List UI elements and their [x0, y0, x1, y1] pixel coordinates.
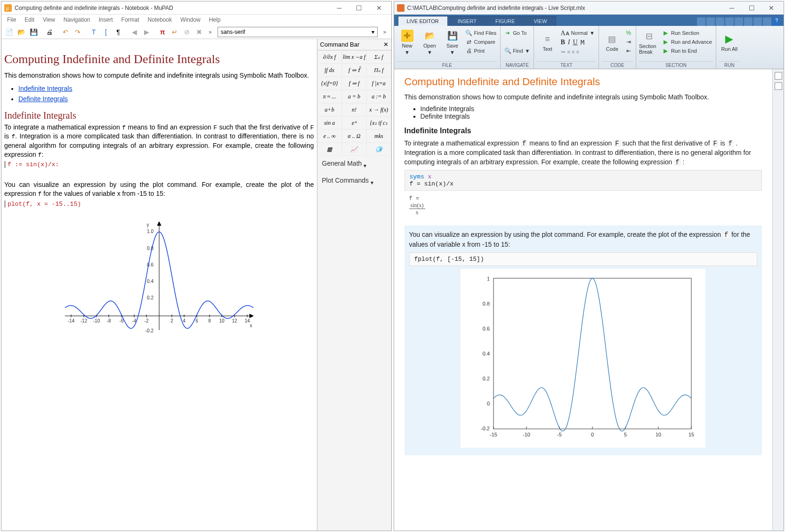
text-button[interactable]: ≡Text	[537, 28, 558, 57]
link-indefinite[interactable]: Indefinite Integrals	[18, 85, 72, 92]
cmd-derivative[interactable]: ∂/∂x f	[317, 50, 342, 64]
save-button[interactable]: 💾Save▼	[442, 28, 463, 57]
plot-commands-link[interactable]: Plot Commands ▾	[317, 173, 391, 190]
cmd-plus[interactable]: a+b	[317, 103, 342, 116]
code-block-2[interactable]: plot(f, x = -15..15)	[4, 201, 314, 208]
qa-icon[interactable]	[735, 17, 743, 26]
insert-text-icon[interactable]: T	[88, 26, 99, 38]
find-files-button[interactable]: 🔍Find Files	[465, 29, 498, 37]
tab-live-editor[interactable]: LIVE EDITOR	[398, 16, 448, 26]
menu-navigation[interactable]: Navigation	[60, 16, 94, 24]
tab-view[interactable]: VIEW	[525, 16, 556, 26]
cmd-piecewise[interactable]: {x₁ if c₁	[366, 116, 391, 129]
maximize-button[interactable]: ☐	[742, 2, 761, 14]
find-button[interactable]: 🔍Find ▼	[503, 47, 531, 55]
cmd-map[interactable]: x → f(x)	[366, 103, 391, 116]
qa-help-icon[interactable]: ?	[772, 17, 781, 26]
tab-figure[interactable]: FIGURE	[486, 16, 524, 26]
menu-file[interactable]: File	[3, 16, 20, 24]
qa-icon[interactable]	[763, 17, 771, 26]
menu-format[interactable]: Format	[118, 16, 143, 24]
style-selector[interactable]: Aᴀ Normal ▼	[559, 29, 595, 37]
menu-help[interactable]: Help	[205, 16, 225, 24]
compare-button[interactable]: ⇄Compare	[465, 38, 498, 46]
cmd-units[interactable]: mks	[366, 129, 391, 143]
maximize-button[interactable]: ☐	[350, 2, 369, 14]
insert-para-icon[interactable]: ¶	[113, 26, 124, 38]
list-buttons[interactable]: ≔ ≡ ≡ ≡	[559, 48, 595, 56]
cmd-simplify[interactable]: f ⇒ f	[342, 77, 366, 90]
new-icon[interactable]: 📄	[3, 26, 15, 38]
close-button[interactable]: ✕	[370, 2, 388, 14]
code-button[interactable]: ▤Code	[602, 28, 623, 57]
code-block-1[interactable]: syms x f = sin(x)/x	[405, 170, 762, 191]
open-icon[interactable]: 📂	[16, 26, 27, 38]
qa-icon[interactable]	[697, 17, 705, 26]
qa-icon[interactable]	[744, 17, 753, 26]
cmd-const[interactable]: e .. ∞	[317, 129, 342, 143]
run-advance-button[interactable]: ▶Run and Advance	[662, 38, 713, 46]
open-button[interactable]: 📂Open▼	[420, 28, 440, 57]
undo-icon[interactable]: ↶	[60, 26, 71, 38]
output-right-icon[interactable]	[775, 82, 782, 90]
code-block-2[interactable]: fplot(f, [-15, 15])	[409, 252, 758, 266]
close-icon[interactable]: ✕	[383, 41, 388, 48]
redo-icon[interactable]: ↷	[72, 26, 83, 38]
output-inline-icon[interactable]	[775, 72, 782, 80]
menu-view[interactable]: View	[39, 16, 59, 24]
goto-button[interactable]: ➜Go To	[503, 29, 531, 37]
stop-icon[interactable]: ⊘	[181, 26, 193, 38]
cmd-transform[interactable]: f ⇒ f̂	[342, 64, 366, 77]
minimize-button[interactable]: ─	[330, 2, 349, 14]
cmd-subs[interactable]: f |x=a	[366, 77, 391, 90]
menu-notebook[interactable]: Notebook	[144, 16, 176, 24]
cmd-assign[interactable]: a := b	[366, 90, 391, 103]
run-section-button[interactable]: ▶Run Section	[662, 29, 713, 37]
back-icon[interactable]: ◀	[129, 26, 140, 38]
cmd-solve[interactable]: {x|f=0}	[317, 77, 342, 90]
run-all-button[interactable]: ▶Run All	[719, 28, 740, 57]
close-button[interactable]: ✕	[762, 2, 781, 14]
cmd-greek[interactable]: α .. Ω	[342, 129, 366, 143]
code-opt3-icon[interactable]: ⇤	[624, 47, 633, 55]
qa-icon[interactable]	[716, 17, 724, 26]
mupad-document[interactable]: Computing Indefinite and Definite Integr…	[1, 39, 317, 531]
cmd-exp[interactable]: eᵃ	[342, 116, 366, 129]
font-selector[interactable]: sans-serif▾	[218, 27, 378, 37]
cmd-plot2d-icon[interactable]: 📈	[342, 143, 366, 156]
menu-insert[interactable]: Insert	[95, 16, 117, 24]
code-opt1-icon[interactable]: %	[624, 29, 633, 37]
clear-icon[interactable]: ✖	[194, 26, 205, 38]
qa-icon[interactable]	[706, 17, 715, 26]
cmd-float[interactable]: π ≈ ...	[317, 90, 342, 103]
cmd-product[interactable]: Πₙ f	[366, 64, 391, 77]
menu-window[interactable]: Window	[177, 16, 204, 24]
qa-icon[interactable]	[753, 17, 762, 26]
tab-insert[interactable]: INSERT	[449, 16, 486, 26]
cmd-sin[interactable]: sin a	[317, 116, 342, 129]
cmd-plot3d-icon[interactable]: 🧊	[366, 143, 391, 156]
code-block-1[interactable]: f := sin(x)/x:	[4, 161, 314, 168]
code-opt2-icon[interactable]: ⇥	[624, 38, 633, 46]
run-to-end-button[interactable]: ▶Run to End	[662, 47, 713, 55]
qa-icon[interactable]	[725, 17, 734, 26]
minimize-button[interactable]: ─	[722, 2, 741, 14]
cmd-integral[interactable]: ∫f dx	[317, 64, 342, 77]
print-button[interactable]: 🖨Print	[465, 47, 498, 55]
format-buttons[interactable]: B I U M	[559, 38, 595, 47]
link-definite[interactable]: Definite Integrals	[18, 95, 68, 103]
eval-icon[interactable]: ↵	[169, 26, 180, 38]
pi-icon[interactable]: π	[157, 26, 168, 38]
new-button[interactable]: ✚New▼	[397, 28, 418, 57]
forward-icon[interactable]: ▶	[141, 26, 152, 38]
save-icon[interactable]: 💾	[28, 26, 39, 38]
section-break-button[interactable]: ⊟Section Break	[639, 28, 660, 57]
matlab-document[interactable]: Computing Indefinite and Definite Integr…	[394, 69, 773, 531]
cmd-limit[interactable]: lim x→a f	[342, 50, 366, 64]
cmd-equal[interactable]: a = b	[342, 90, 366, 103]
cmd-factorial[interactable]: n!	[342, 103, 366, 116]
cmd-matrix-icon[interactable]: ▦	[317, 143, 342, 156]
insert-calc-icon[interactable]: [	[100, 26, 112, 38]
print-icon[interactable]: 🖨	[44, 26, 55, 38]
cmd-sum[interactable]: Σₙ f	[366, 50, 391, 64]
